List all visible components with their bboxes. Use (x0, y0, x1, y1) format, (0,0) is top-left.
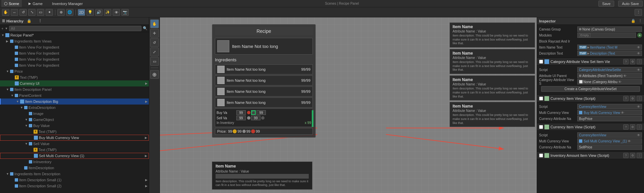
create-cat-btn[interactable]: Create a CategoryAttributeViewSet (541, 86, 640, 92)
tool-hand-sidebar[interactable]: ✋ (150, 19, 159, 28)
tree-item-itemview-2[interactable]: Item View For Ingredient (0, 50, 149, 56)
tree-item-buy-value[interactable]: Buy Value (0, 123, 149, 129)
eye-icon-3: 👁 (637, 68, 640, 72)
tool-fx[interactable]: ✨ (104, 9, 111, 16)
tree-item-panel-content[interactable]: PanelContent (0, 92, 149, 99)
hierarchy-icon: ☰ (2, 19, 5, 23)
dropdown-icon[interactable]: ▼ (5, 27, 8, 30)
ingredient-img-3 (217, 88, 225, 95)
tool-move[interactable]: ↔ (11, 9, 18, 16)
tree-item-sell-multi[interactable]: Sell Multi Currency View (1) ▶ (0, 153, 149, 159)
tree-item-buy-multi[interactable]: Buy Multi Currency View ▶ (0, 135, 149, 141)
add-icon[interactable]: + (1, 26, 3, 30)
canvas-group-row: Canvas Group ⊞ None (Canvas Group) (539, 26, 642, 32)
tool-pivot[interactable]: ⊕ (57, 9, 65, 16)
tree-item-currency-ui[interactable]: Currency UI ▶ (0, 80, 149, 86)
auto-save-button[interactable]: Auto Save (618, 1, 643, 7)
tool-2d[interactable]: 2D (78, 9, 85, 16)
settings-btn-4[interactable]: ⚙ (630, 153, 635, 158)
ingredient-row-1: Item Name Not too long 99/99 (215, 64, 313, 74)
tree-icon-recipe-panel (5, 33, 9, 37)
arrow-icon: ▶ (587, 46, 589, 49)
component-currency-buy-header[interactable]: Currency Item View (Script) ? ⚙ ⋮ (537, 95, 644, 102)
tree-item-extra-desc[interactable]: ExtraDescription (0, 105, 149, 111)
tool-special[interactable]: ⊕ (150, 70, 159, 79)
tool-light[interactable]: 💡 (86, 9, 94, 16)
save-button[interactable]: Save (598, 1, 614, 7)
tree-item-item-desc-small-1[interactable]: Item Description Small (1) ▶ (0, 177, 149, 183)
help-btn-1[interactable]: ? (623, 59, 629, 64)
tool-camera[interactable]: 📷 (121, 9, 129, 16)
tree-item-itemview-3[interactable]: Item View For Ingredient (0, 56, 149, 62)
component-toggle-3[interactable] (539, 125, 543, 129)
settings-btn-3[interactable]: ⚙ (630, 124, 635, 130)
help-btn-3[interactable]: ? (623, 124, 629, 130)
menu-btn-2[interactable]: ⋮ (637, 96, 642, 101)
tool-rotate[interactable]: ↺ (19, 9, 27, 16)
tree-item-item-desc-panel[interactable]: Item Description Panel (0, 86, 149, 92)
tree-arrow-price[interactable] (6, 69, 10, 73)
menu-btn-4[interactable]: ⋮ (637, 153, 642, 158)
tree-arrow-recipe-panel[interactable] (1, 33, 5, 37)
settings-btn-2[interactable]: ⚙ (630, 96, 635, 101)
tree-item-item-desc[interactable]: ItemDescription (0, 165, 149, 171)
inspector-lock[interactable]: 🔒 (631, 19, 636, 23)
tool-rect2[interactable]: ▭ (150, 57, 159, 66)
tree-item-text-tmp[interactable]: T Text (TMP) (0, 74, 149, 80)
tool-rotate2[interactable]: ↺ (150, 38, 159, 47)
tab-inventory[interactable]: Inventory Manager (49, 0, 85, 7)
search-input[interactable] (9, 26, 141, 31)
component-toggle-2[interactable] (539, 96, 543, 101)
help-btn-2[interactable]: ? (623, 96, 629, 101)
tree-item-ingredients-desc[interactable]: Ingredients Item Description (0, 171, 149, 177)
settings-btn-1[interactable]: ⚙ (630, 59, 635, 64)
tree-arrow-item-desc[interactable] (6, 87, 10, 91)
tree-item-ingredients-views[interactable]: Ingredients Item Views (0, 38, 149, 44)
component-currency-sell-header[interactable]: Currency Item View (Script) ? ⚙ ⋮ (537, 123, 644, 131)
tree-item-item-desc-small-2[interactable]: Item Description Small (2) ▶ (0, 183, 149, 189)
tree-item-recipe-panel[interactable]: Recipe Panel* (0, 32, 149, 38)
scene-icon: ⬡ (4, 1, 7, 6)
tool-scale2[interactable]: ⤢ (150, 48, 159, 56)
tree-item-itemview-4[interactable]: Item View For Ingredient (0, 62, 149, 68)
help-btn-4[interactable]: ? (623, 153, 629, 158)
scene-content[interactable]: Recipe Item Name Not too long Ingredient… (160, 17, 537, 193)
search-icon: 🔍 (143, 26, 148, 30)
tool-gizmos[interactable]: 👁 (113, 9, 120, 16)
tree-item-sell-value[interactable]: Sell Value (0, 141, 149, 147)
tree-item-item-desc-big[interactable]: Item Description Big ▶ (0, 99, 149, 105)
tool-audio[interactable]: 🔊 (95, 9, 103, 16)
hierarchy-lock[interactable]: 🔒 (25, 17, 34, 25)
svg-line-4 (386, 134, 504, 149)
tree-item-image[interactable]: Image (0, 111, 149, 117)
component-icon-4 (544, 153, 549, 158)
tree-item-itemview-1[interactable]: Item View For Ingredient (0, 44, 149, 50)
menu-btn-3[interactable]: ⋮ (637, 124, 642, 130)
tree-item-text-tmp-buy[interactable]: T Text (TMP) (0, 129, 149, 135)
component-inventory-header[interactable]: Inventory Amount Item View (Script) ? ⚙ … (537, 152, 644, 159)
tool-scale[interactable]: ⤡ (28, 9, 36, 16)
tool-menu[interactable]: ⋮ (635, 9, 642, 16)
cube-icon-sell (579, 139, 582, 143)
tab-scene[interactable]: ⬡ Scene (1, 0, 22, 7)
tree-item-ininventory[interactable]: InInventory (0, 159, 149, 165)
tool-global[interactable]: 🌐 (66, 9, 73, 16)
tab-game[interactable]: ▶ Game (26, 0, 45, 7)
tree-item-text-tmp-sell[interactable]: T Text (TMP) (0, 147, 149, 153)
component-toggle-4[interactable] (539, 153, 543, 157)
menu-btn-1[interactable]: ⋮ (637, 59, 642, 64)
tool-cross[interactable]: ✛ (150, 29, 159, 38)
tool-hand[interactable]: ✋ (2, 9, 9, 16)
component-toggle-1[interactable] (539, 60, 543, 64)
tree-item-price[interactable]: Price (0, 68, 149, 74)
hierarchy-menu[interactable]: ⋮ (36, 17, 44, 25)
tree-item-gameobject[interactable]: GameObject (0, 117, 149, 123)
tool-rect[interactable]: ▭ (37, 9, 44, 16)
add-module-btn[interactable]: + (637, 33, 642, 38)
coin-gray-1 (247, 116, 250, 120)
inspector-menu[interactable]: ⋮ (638, 19, 642, 23)
component-cat-attr-header[interactable]: Category Attribute View Set Item Vie ? ⚙… (537, 58, 644, 65)
component-icon-3 (544, 125, 549, 129)
tree-arrow-ingredients[interactable] (6, 39, 10, 43)
tool-transform[interactable]: ✦ (46, 9, 53, 16)
